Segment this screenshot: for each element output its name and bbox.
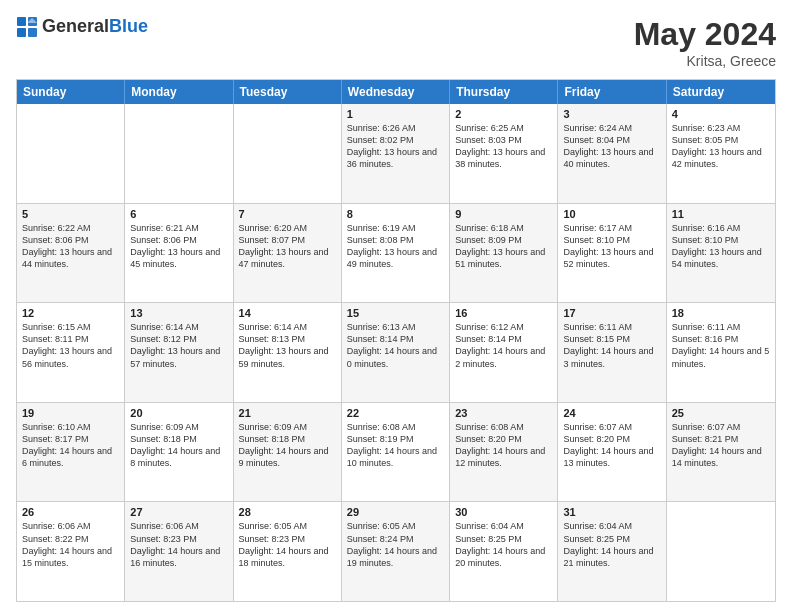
main-title: May 2024 (634, 16, 776, 53)
calendar: SundayMondayTuesdayWednesdayThursdayFrid… (16, 79, 776, 602)
day-number: 22 (347, 407, 444, 419)
day-info: Sunrise: 6:26 AM Sunset: 8:02 PM Dayligh… (347, 122, 444, 171)
calendar-cell: 14Sunrise: 6:14 AM Sunset: 8:13 PM Dayli… (234, 303, 342, 402)
day-info: Sunrise: 6:10 AM Sunset: 8:17 PM Dayligh… (22, 421, 119, 470)
calendar-row: 1Sunrise: 6:26 AM Sunset: 8:02 PM Daylig… (17, 104, 775, 203)
day-info: Sunrise: 6:21 AM Sunset: 8:06 PM Dayligh… (130, 222, 227, 271)
day-info: Sunrise: 6:22 AM Sunset: 8:06 PM Dayligh… (22, 222, 119, 271)
day-number: 26 (22, 506, 119, 518)
calendar-cell: 31Sunrise: 6:04 AM Sunset: 8:25 PM Dayli… (558, 502, 666, 601)
calendar-cell: 21Sunrise: 6:09 AM Sunset: 8:18 PM Dayli… (234, 403, 342, 502)
day-number: 4 (672, 108, 770, 120)
day-number: 30 (455, 506, 552, 518)
day-number: 1 (347, 108, 444, 120)
day-number: 27 (130, 506, 227, 518)
day-info: Sunrise: 6:17 AM Sunset: 8:10 PM Dayligh… (563, 222, 660, 271)
calendar-cell: 6Sunrise: 6:21 AM Sunset: 8:06 PM Daylig… (125, 204, 233, 303)
calendar-cell: 1Sunrise: 6:26 AM Sunset: 8:02 PM Daylig… (342, 104, 450, 203)
calendar-cell: 20Sunrise: 6:09 AM Sunset: 8:18 PM Dayli… (125, 403, 233, 502)
svg-rect-0 (17, 17, 26, 26)
svg-rect-3 (28, 28, 37, 37)
calendar-cell: 23Sunrise: 6:08 AM Sunset: 8:20 PM Dayli… (450, 403, 558, 502)
calendar-cell: 18Sunrise: 6:11 AM Sunset: 8:16 PM Dayli… (667, 303, 775, 402)
calendar-cell: 26Sunrise: 6:06 AM Sunset: 8:22 PM Dayli… (17, 502, 125, 601)
day-info: Sunrise: 6:05 AM Sunset: 8:24 PM Dayligh… (347, 520, 444, 569)
calendar-cell: 28Sunrise: 6:05 AM Sunset: 8:23 PM Dayli… (234, 502, 342, 601)
day-number: 5 (22, 208, 119, 220)
day-info: Sunrise: 6:14 AM Sunset: 8:13 PM Dayligh… (239, 321, 336, 370)
day-info: Sunrise: 6:11 AM Sunset: 8:16 PM Dayligh… (672, 321, 770, 370)
day-number: 16 (455, 307, 552, 319)
header: General Blue May 2024 Kritsa, Greece (16, 16, 776, 69)
day-number: 9 (455, 208, 552, 220)
calendar-header-cell: Thursday (450, 80, 558, 104)
day-number: 8 (347, 208, 444, 220)
day-number: 20 (130, 407, 227, 419)
calendar-header-cell: Friday (558, 80, 666, 104)
calendar-cell: 13Sunrise: 6:14 AM Sunset: 8:12 PM Dayli… (125, 303, 233, 402)
day-info: Sunrise: 6:15 AM Sunset: 8:11 PM Dayligh… (22, 321, 119, 370)
day-info: Sunrise: 6:08 AM Sunset: 8:19 PM Dayligh… (347, 421, 444, 470)
calendar-body: 1Sunrise: 6:26 AM Sunset: 8:02 PM Daylig… (17, 104, 775, 601)
calendar-header-cell: Tuesday (234, 80, 342, 104)
calendar-row: 12Sunrise: 6:15 AM Sunset: 8:11 PM Dayli… (17, 302, 775, 402)
calendar-cell (17, 104, 125, 203)
calendar-cell: 17Sunrise: 6:11 AM Sunset: 8:15 PM Dayli… (558, 303, 666, 402)
calendar-cell: 4Sunrise: 6:23 AM Sunset: 8:05 PM Daylig… (667, 104, 775, 203)
day-info: Sunrise: 6:09 AM Sunset: 8:18 PM Dayligh… (239, 421, 336, 470)
calendar-cell: 9Sunrise: 6:18 AM Sunset: 8:09 PM Daylig… (450, 204, 558, 303)
calendar-row: 5Sunrise: 6:22 AM Sunset: 8:06 PM Daylig… (17, 203, 775, 303)
calendar-cell: 22Sunrise: 6:08 AM Sunset: 8:19 PM Dayli… (342, 403, 450, 502)
calendar-cell: 27Sunrise: 6:06 AM Sunset: 8:23 PM Dayli… (125, 502, 233, 601)
calendar-cell (667, 502, 775, 601)
day-info: Sunrise: 6:16 AM Sunset: 8:10 PM Dayligh… (672, 222, 770, 271)
day-info: Sunrise: 6:14 AM Sunset: 8:12 PM Dayligh… (130, 321, 227, 370)
calendar-cell: 2Sunrise: 6:25 AM Sunset: 8:03 PM Daylig… (450, 104, 558, 203)
calendar-cell: 8Sunrise: 6:19 AM Sunset: 8:08 PM Daylig… (342, 204, 450, 303)
calendar-cell: 29Sunrise: 6:05 AM Sunset: 8:24 PM Dayli… (342, 502, 450, 601)
day-info: Sunrise: 6:09 AM Sunset: 8:18 PM Dayligh… (130, 421, 227, 470)
day-number: 24 (563, 407, 660, 419)
day-number: 12 (22, 307, 119, 319)
day-number: 17 (563, 307, 660, 319)
day-info: Sunrise: 6:20 AM Sunset: 8:07 PM Dayligh… (239, 222, 336, 271)
day-info: Sunrise: 6:04 AM Sunset: 8:25 PM Dayligh… (455, 520, 552, 569)
svg-rect-2 (17, 28, 26, 37)
day-info: Sunrise: 6:07 AM Sunset: 8:21 PM Dayligh… (672, 421, 770, 470)
calendar-cell: 30Sunrise: 6:04 AM Sunset: 8:25 PM Dayli… (450, 502, 558, 601)
day-info: Sunrise: 6:08 AM Sunset: 8:20 PM Dayligh… (455, 421, 552, 470)
day-info: Sunrise: 6:24 AM Sunset: 8:04 PM Dayligh… (563, 122, 660, 171)
calendar-header-cell: Wednesday (342, 80, 450, 104)
page: General Blue May 2024 Kritsa, Greece Sun… (0, 0, 792, 612)
day-info: Sunrise: 6:19 AM Sunset: 8:08 PM Dayligh… (347, 222, 444, 271)
calendar-cell: 11Sunrise: 6:16 AM Sunset: 8:10 PM Dayli… (667, 204, 775, 303)
calendar-header-cell: Sunday (17, 80, 125, 104)
day-number: 11 (672, 208, 770, 220)
day-info: Sunrise: 6:23 AM Sunset: 8:05 PM Dayligh… (672, 122, 770, 171)
calendar-cell: 7Sunrise: 6:20 AM Sunset: 8:07 PM Daylig… (234, 204, 342, 303)
day-number: 6 (130, 208, 227, 220)
calendar-cell: 16Sunrise: 6:12 AM Sunset: 8:14 PM Dayli… (450, 303, 558, 402)
calendar-cell: 3Sunrise: 6:24 AM Sunset: 8:04 PM Daylig… (558, 104, 666, 203)
day-number: 2 (455, 108, 552, 120)
day-info: Sunrise: 6:05 AM Sunset: 8:23 PM Dayligh… (239, 520, 336, 569)
sub-title: Kritsa, Greece (634, 53, 776, 69)
calendar-header-cell: Saturday (667, 80, 775, 104)
day-number: 28 (239, 506, 336, 518)
calendar-cell: 12Sunrise: 6:15 AM Sunset: 8:11 PM Dayli… (17, 303, 125, 402)
day-info: Sunrise: 6:06 AM Sunset: 8:23 PM Dayligh… (130, 520, 227, 569)
day-info: Sunrise: 6:25 AM Sunset: 8:03 PM Dayligh… (455, 122, 552, 171)
day-info: Sunrise: 6:06 AM Sunset: 8:22 PM Dayligh… (22, 520, 119, 569)
day-info: Sunrise: 6:11 AM Sunset: 8:15 PM Dayligh… (563, 321, 660, 370)
logo-blue: Blue (109, 17, 148, 37)
day-number: 23 (455, 407, 552, 419)
day-number: 18 (672, 307, 770, 319)
calendar-cell (234, 104, 342, 203)
calendar-cell: 15Sunrise: 6:13 AM Sunset: 8:14 PM Dayli… (342, 303, 450, 402)
day-info: Sunrise: 6:07 AM Sunset: 8:20 PM Dayligh… (563, 421, 660, 470)
calendar-cell (125, 104, 233, 203)
day-number: 3 (563, 108, 660, 120)
calendar-cell: 5Sunrise: 6:22 AM Sunset: 8:06 PM Daylig… (17, 204, 125, 303)
logo-text: General Blue (42, 17, 148, 37)
day-number: 14 (239, 307, 336, 319)
